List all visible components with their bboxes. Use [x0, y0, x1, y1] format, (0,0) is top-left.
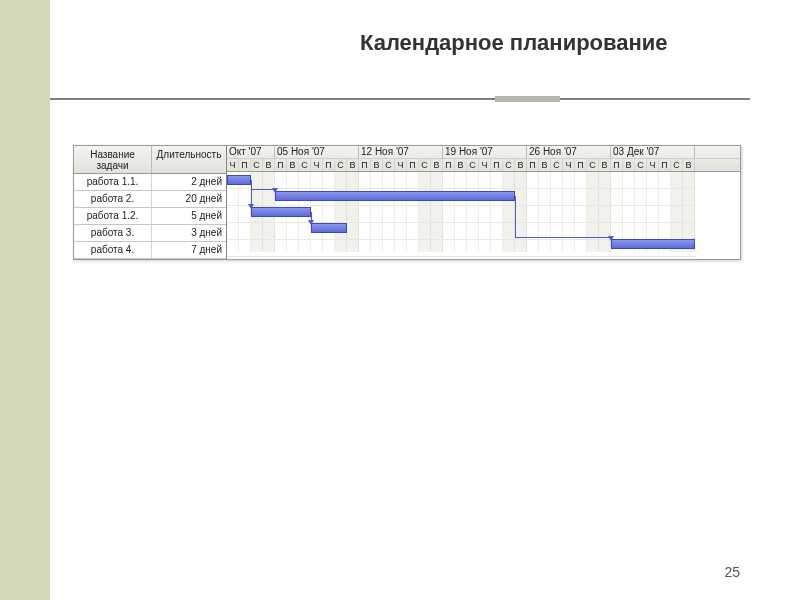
- col-header-duration: Длительность: [152, 146, 226, 173]
- day-header: С: [251, 159, 263, 171]
- day-header: В: [623, 159, 635, 171]
- day-header: Ч: [395, 159, 407, 171]
- day-header: Ч: [311, 159, 323, 171]
- table-row: работа 4.7 дней: [74, 242, 226, 259]
- day-header: В: [599, 159, 611, 171]
- day-header: П: [407, 159, 419, 171]
- rule-accent: [495, 96, 560, 102]
- day-header: В: [263, 159, 275, 171]
- day-header: С: [635, 159, 647, 171]
- week-header: 05 Ноя '07: [275, 146, 359, 158]
- day-header: П: [359, 159, 371, 171]
- day-header: П: [491, 159, 503, 171]
- day-header: С: [671, 159, 683, 171]
- page-number: 25: [724, 564, 740, 580]
- task-duration-cell: 5 дней: [152, 208, 226, 224]
- gantt-timeline: Окт '0705 Ноя '0712 Ноя '0719 Ноя '0726 …: [227, 146, 740, 259]
- gantt-chart: Название задачи Длительность работа 1.1.…: [73, 145, 741, 260]
- day-header: Ч: [227, 159, 239, 171]
- slide: Календарное планирование 25 Название зад…: [0, 0, 800, 600]
- task-name-cell: работа 3.: [74, 225, 152, 241]
- table-row: работа 2.20 дней: [74, 191, 226, 208]
- day-header: С: [335, 159, 347, 171]
- table-row: работа 1.1.2 дней: [74, 174, 226, 191]
- day-header: В: [539, 159, 551, 171]
- gantt-bar: [275, 191, 515, 201]
- day-header: Ч: [563, 159, 575, 171]
- day-header: С: [587, 159, 599, 171]
- task-duration-cell: 7 дней: [152, 242, 226, 258]
- task-duration-cell: 2 дней: [152, 174, 226, 190]
- table-row: работа 1.2.5 дней: [74, 208, 226, 225]
- task-table-header: Название задачи Длительность: [74, 146, 226, 174]
- gantt-bar: [311, 223, 347, 233]
- task-name-cell: работа 1.2.: [74, 208, 152, 224]
- day-header: Ч: [647, 159, 659, 171]
- page-title: Календарное планирование: [360, 30, 668, 56]
- task-name-cell: работа 4.: [74, 242, 152, 258]
- gantt-bar: [227, 175, 251, 185]
- day-header: П: [443, 159, 455, 171]
- day-header: Ч: [479, 159, 491, 171]
- day-header: П: [527, 159, 539, 171]
- day-header: С: [503, 159, 515, 171]
- day-header: В: [515, 159, 527, 171]
- week-header: 03 Дек '07: [611, 146, 695, 158]
- day-header: С: [551, 159, 563, 171]
- task-name-cell: работа 2.: [74, 191, 152, 207]
- week-header: 12 Ноя '07: [359, 146, 443, 158]
- horizontal-rule: [50, 98, 750, 100]
- day-header: С: [467, 159, 479, 171]
- col-header-name: Название задачи: [74, 146, 152, 173]
- gantt-bar: [611, 239, 695, 249]
- week-header: Окт '07: [227, 146, 275, 158]
- task-duration-cell: 20 дней: [152, 191, 226, 207]
- day-header: В: [287, 159, 299, 171]
- week-header: 26 Ноя '07: [527, 146, 611, 158]
- table-row: работа 3.3 дней: [74, 225, 226, 242]
- task-duration-cell: 3 дней: [152, 225, 226, 241]
- gantt-bar: [251, 207, 311, 217]
- timeline-header: Окт '0705 Ноя '0712 Ноя '0719 Ноя '0726 …: [227, 146, 740, 172]
- day-header: П: [239, 159, 251, 171]
- day-header: С: [383, 159, 395, 171]
- day-header: В: [683, 159, 695, 171]
- gantt-row: [227, 172, 695, 189]
- day-header: В: [455, 159, 467, 171]
- day-header: П: [611, 159, 623, 171]
- day-header: П: [659, 159, 671, 171]
- day-header: С: [299, 159, 311, 171]
- day-header: В: [371, 159, 383, 171]
- side-accent: [0, 0, 50, 600]
- gantt-body: [227, 172, 695, 252]
- gantt-row: [227, 223, 695, 240]
- day-header: В: [347, 159, 359, 171]
- day-header: П: [575, 159, 587, 171]
- week-header: 19 Ноя '07: [443, 146, 527, 158]
- day-header: С: [419, 159, 431, 171]
- day-header: П: [275, 159, 287, 171]
- day-header: В: [431, 159, 443, 171]
- day-header: П: [323, 159, 335, 171]
- task-name-cell: работа 1.1.: [74, 174, 152, 190]
- task-table: Название задачи Длительность работа 1.1.…: [74, 146, 227, 259]
